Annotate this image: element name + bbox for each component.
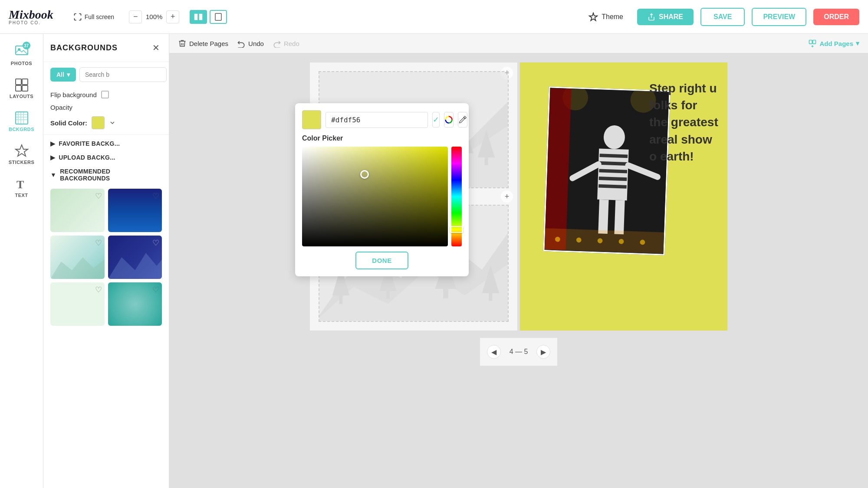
delete-pages-action[interactable]: Delete Pages — [178, 39, 228, 48]
add-pages-chevron: ▾ — [856, 39, 859, 47]
color-hex-input[interactable] — [326, 112, 428, 128]
undo-action[interactable]: Undo — [237, 39, 264, 48]
svg-rect-13 — [813, 40, 816, 44]
recommended-backgrounds-section[interactable]: ▼ RECOMMENDEDBACKGROUNDS — [43, 164, 169, 185]
background-thumbnail[interactable]: ♡ — [108, 236, 162, 279]
background-thumbnail[interactable]: ♡ — [108, 189, 162, 232]
color-picker-popup: ✓ — [295, 103, 469, 276]
color-wheel-button[interactable] — [444, 112, 454, 128]
chevron-icon: ▶ — [50, 140, 55, 147]
search-input[interactable] — [79, 67, 167, 82]
sidebar-item-layouts[interactable]: LAYOUTS — [2, 73, 41, 104]
main-content: 37 PHOTOS LAYOUTS BCKGRDS STICK — [0, 34, 868, 488]
flip-label: Flip background — [50, 91, 97, 98]
done-button[interactable]: DONE — [355, 252, 408, 269]
icon-sidebar: 37 PHOTOS LAYOUTS BCKGRDS STICK — [0, 34, 43, 488]
svg-rect-6 — [22, 79, 28, 85]
redo-label: Redo — [284, 40, 299, 47]
zoom-controls: − 100% + — [129, 10, 179, 23]
svg-rect-26 — [485, 157, 488, 165]
color-arrow-icon — [109, 119, 116, 126]
opacity-row: Opacity — [50, 104, 162, 111]
photos-badge: 37 — [23, 42, 30, 49]
panel-header: BACKGROUNDS ✕ — [43, 34, 169, 62]
two-page-view-button[interactable] — [190, 10, 207, 24]
background-thumbnail[interactable]: ♡ — [50, 282, 105, 326]
theme-icon — [589, 12, 598, 22]
svg-rect-1 — [199, 13, 203, 20]
panel-title: BACKGROUNDS — [50, 43, 118, 52]
solid-color-row: Solid Color: — [50, 116, 162, 129]
heart-icon[interactable]: ♡ — [152, 238, 159, 248]
background-thumbnail[interactable]: ♡ — [50, 189, 105, 232]
heart-icon[interactable]: ♡ — [152, 191, 159, 201]
sidebar-item-photos[interactable]: 37 PHOTOS — [2, 38, 41, 71]
section-divider-1 — [43, 134, 169, 135]
background-thumbnail[interactable]: ♡ — [108, 282, 162, 326]
recommended-section-label: RECOMMENDEDBACKGROUNDS — [60, 168, 110, 182]
undo-icon — [237, 39, 246, 48]
zoom-increase-button[interactable]: + — [166, 10, 179, 23]
favorite-backgrounds-section[interactable]: ▶ FAVORITE BACKG... — [43, 137, 169, 151]
heart-icon[interactable]: ♡ — [152, 285, 159, 295]
color-gradient-square[interactable] — [302, 147, 448, 246]
share-button[interactable]: SHARE — [637, 9, 694, 25]
svg-rect-51 — [545, 228, 664, 253]
preview-button[interactable]: PREVIEW — [752, 8, 806, 26]
zoom-decrease-button[interactable]: − — [129, 10, 142, 23]
share-icon — [648, 13, 655, 21]
upload-backgrounds-section[interactable]: ▶ UPLOAD BACKG... — [43, 151, 169, 164]
theme-label: Theme — [602, 13, 623, 21]
canvas-area: Delete Pages Undo Redo — [169, 34, 868, 488]
zoom-value: 100% — [145, 13, 163, 20]
undo-label: Undo — [248, 40, 264, 47]
search-row: All ▾ — [43, 62, 169, 87]
hue-strip[interactable] — [451, 147, 462, 246]
color-hex-row: ✓ — [302, 110, 462, 129]
save-button[interactable]: SAVE — [700, 8, 745, 26]
color-eyedropper-button[interactable] — [458, 112, 467, 128]
theme-button[interactable]: Theme — [582, 9, 630, 25]
color-confirm-button[interactable]: ✓ — [432, 112, 440, 128]
panel-options: Flip background Opacity Solid Color: — [43, 87, 169, 133]
filter-chevron: ▾ — [67, 71, 70, 78]
sidebar-item-bckgrds[interactable]: BCKGRDS — [2, 106, 41, 137]
heart-icon[interactable]: ♡ — [95, 191, 102, 201]
heart-icon[interactable]: ♡ — [95, 285, 102, 295]
add-pages-label: Add Pages — [819, 40, 853, 47]
background-thumbnail[interactable]: ♡ — [50, 236, 105, 279]
flip-checkbox[interactable] — [101, 91, 109, 98]
svg-rect-7 — [16, 85, 21, 91]
add-pages-button[interactable]: Add Pages ▾ — [808, 39, 859, 48]
redo-icon — [273, 39, 281, 48]
flip-background-row: Flip background — [50, 91, 162, 98]
circus-caption-text: Step right u folks for the greatest area… — [649, 80, 719, 165]
chevron-icon-2: ▶ — [50, 154, 55, 161]
text-label: TEXT — [15, 193, 28, 198]
add-content-center-right[interactable]: + — [501, 190, 513, 203]
filter-button[interactable]: All ▾ — [50, 68, 76, 82]
heart-icon[interactable]: ♡ — [95, 238, 102, 248]
color-gradient-area — [302, 147, 462, 246]
svg-rect-9 — [16, 112, 28, 124]
single-page-icon — [214, 13, 222, 21]
close-panel-button[interactable]: ✕ — [150, 42, 162, 54]
sidebar-item-stickers[interactable]: STICKERS — [2, 139, 41, 170]
sidebar-item-text[interactable]: T TEXT — [2, 172, 41, 203]
redo-action[interactable]: Redo — [273, 39, 299, 48]
stickers-icon — [15, 144, 29, 158]
next-page-button[interactable]: ▶ — [536, 345, 550, 359]
layouts-label: LAYOUTS — [10, 94, 33, 99]
solid-color-swatch[interactable] — [92, 116, 105, 129]
svg-rect-50 — [614, 200, 625, 234]
share-label: SHARE — [659, 13, 683, 21]
canvas-toolbar: Delete Pages Undo Redo — [169, 34, 868, 53]
solid-color-label: Solid Color: — [50, 119, 87, 127]
single-page-view-button[interactable] — [210, 10, 227, 24]
prev-page-button[interactable]: ◀ — [487, 345, 501, 359]
svg-rect-8 — [22, 85, 28, 91]
order-button[interactable]: ORDER — [813, 9, 859, 25]
fullscreen-button[interactable]: Full screen — [69, 10, 118, 24]
layouts-icon — [15, 78, 29, 92]
two-page-icon — [194, 13, 203, 21]
